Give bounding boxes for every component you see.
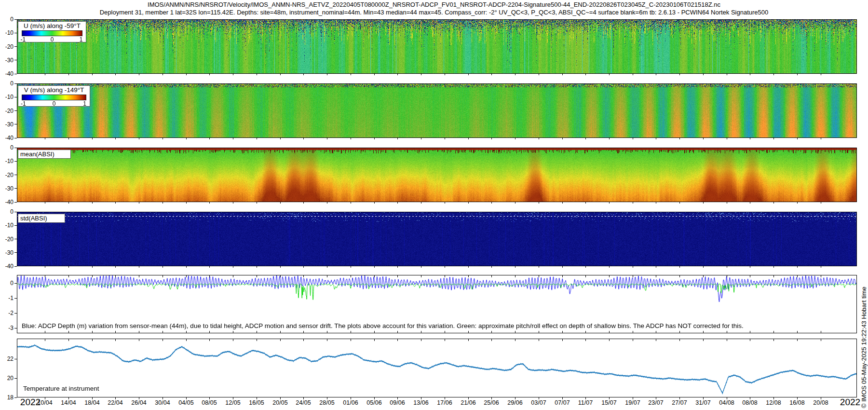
x-tick-mark: [539, 275, 539, 277]
x-tick-mark: [609, 339, 610, 341]
y-tick-label: 0: [0, 80, 14, 87]
x-tick-mark: [445, 138, 445, 139]
y-tick-mark: [14, 212, 17, 212]
x-tick-mark: [491, 138, 492, 139]
x-tick-mark: [186, 339, 187, 341]
mean-absi-heatmap: [17, 148, 856, 202]
x-tick-mark: [280, 266, 281, 268]
x-tick-mark: [233, 331, 233, 333]
x-tick-label: 17/06: [433, 399, 456, 406]
x-tick-mark: [421, 202, 421, 204]
std-absi-label-box: std(ABSI): [18, 214, 65, 223]
x-tick-mark: [445, 74, 445, 75]
x-tick-mark: [679, 202, 680, 204]
x-tick-mark: [797, 331, 798, 333]
x-tick-mark: [515, 331, 515, 333]
x-tick-mark: [609, 74, 610, 75]
x-tick-mark: [45, 202, 45, 204]
x-tick-mark: [468, 275, 469, 277]
x-tick-mark: [327, 331, 327, 333]
x-tick-mark: [233, 202, 233, 204]
x-tick-mark: [397, 266, 398, 268]
x-tick-mark: [280, 331, 281, 333]
x-tick-mark: [397, 275, 398, 277]
y-tick-mark: [14, 359, 17, 359]
x-tick-mark: [491, 74, 492, 75]
colorbar-tick-label: 1: [83, 100, 86, 107]
y-tick-label: -2: [0, 310, 14, 316]
x-tick-mark: [139, 202, 139, 204]
x-tick-mark: [703, 339, 704, 341]
y-tick-mark: [14, 328, 17, 328]
panel-std-absi: [17, 212, 857, 266]
x-tick-mark: [92, 339, 93, 341]
x-tick-mark: [233, 275, 233, 277]
x-tick-mark: [327, 138, 327, 139]
x-tick-label: 20/08: [809, 399, 832, 406]
x-tick-mark: [280, 275, 281, 277]
x-tick-mark: [115, 275, 116, 277]
x-tick-label: 30/04: [151, 399, 174, 406]
y-tick-mark: [14, 60, 17, 60]
x-tick-mark: [797, 275, 798, 277]
x-tick-mark: [515, 266, 515, 268]
x-tick-label: 21/06: [457, 399, 480, 406]
x-tick-mark: [727, 275, 727, 277]
x-tick-mark: [821, 266, 821, 268]
y-tick-mark: [14, 138, 17, 138]
x-tick-mark: [351, 266, 351, 268]
x-tick-mark: [233, 339, 233, 341]
x-tick-mark: [327, 202, 327, 204]
x-tick-mark: [139, 339, 139, 341]
x-tick-mark: [679, 266, 680, 268]
x-tick-mark: [750, 138, 750, 139]
x-tick-label: 13/06: [409, 399, 433, 406]
x-tick-mark: [280, 138, 281, 139]
x-tick-mark: [374, 339, 375, 341]
x-tick-mark: [374, 138, 375, 139]
y-tick-mark: [14, 239, 17, 239]
x-tick-mark: [773, 339, 774, 341]
x-tick-mark: [539, 74, 539, 75]
x-tick-mark: [491, 202, 492, 204]
v-velocity-colorbar: [22, 95, 86, 100]
x-tick-mark: [468, 74, 469, 75]
x-tick-mark: [397, 138, 398, 139]
v-velocity-heatmap: [17, 84, 856, 137]
x-tick-label: 12/05: [221, 399, 244, 406]
x-tick-mark: [115, 339, 116, 341]
x-tick-mark: [633, 138, 633, 139]
x-tick-mark: [656, 138, 656, 139]
x-tick-mark: [421, 339, 421, 341]
x-tick-mark: [656, 74, 656, 75]
x-tick-label: 09/06: [386, 399, 409, 406]
x-tick-label: 28/05: [315, 399, 339, 406]
x-tick-mark: [68, 74, 69, 75]
x-tick-mark: [750, 74, 750, 75]
x-tick-mark: [303, 202, 304, 204]
x-tick-mark: [92, 331, 93, 333]
x-tick-mark: [421, 138, 421, 139]
x-tick-mark: [562, 74, 563, 75]
x-tick-label: 04/08: [715, 399, 738, 406]
x-tick-mark: [115, 138, 116, 139]
x-tick-mark: [351, 74, 351, 75]
y-tick-label: 20: [0, 375, 14, 382]
x-tick-mark: [585, 74, 586, 75]
x-tick-mark: [209, 275, 210, 277]
y-tick-label: 0: [0, 208, 14, 215]
x-tick-mark: [821, 74, 821, 75]
x-tick-mark: [821, 275, 821, 277]
x-tick-mark: [515, 74, 515, 75]
x-tick-mark: [468, 339, 469, 341]
x-tick-mark: [280, 202, 281, 204]
x-tick-mark: [468, 138, 469, 139]
x-tick-mark: [68, 339, 69, 341]
y-tick-mark: [14, 378, 17, 379]
x-tick-mark: [821, 202, 821, 204]
x-tick-mark: [727, 331, 727, 333]
temperature-label: Temperature at instrument: [23, 385, 99, 392]
x-tick-label: 18/04: [81, 399, 104, 406]
x-tick-mark: [773, 331, 774, 333]
figure-title-line2: Deployment 31, member 1 lat=32S lon=115.…: [0, 9, 868, 16]
